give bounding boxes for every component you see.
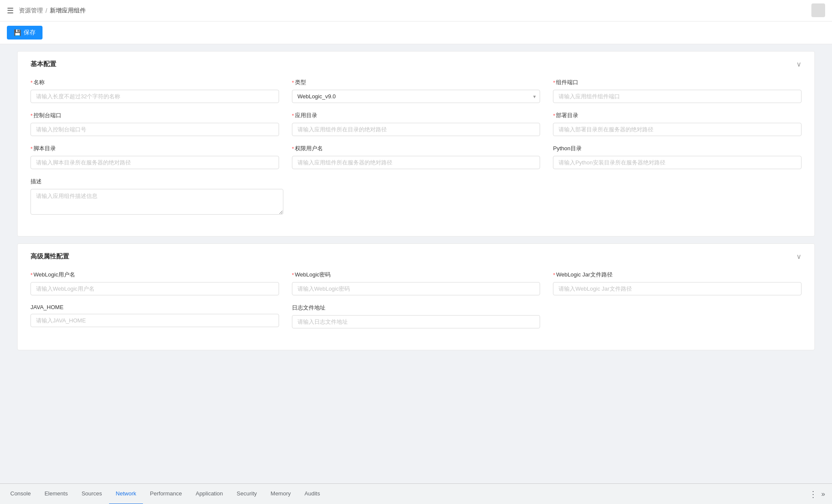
input-python-dir[interactable] (553, 156, 802, 169)
basic-config-row-3: * 脚本目录 * 权限用户名 Python目录 (30, 145, 802, 169)
input-log-addr[interactable] (292, 315, 540, 328)
basic-config-row-2: * 控制台端口 * 应用目录 * 部署目录 (30, 112, 802, 136)
tab-network[interactable]: Network (109, 484, 143, 484)
input-weblogic-jar[interactable] (553, 282, 802, 295)
label-weblogic-pwd: * WebLogic密码 (292, 271, 540, 279)
tab-security[interactable]: Security (230, 484, 264, 484)
field-python-dir: Python目录 (553, 145, 802, 169)
field-weblogic-pwd: * WebLogic密码 (292, 271, 540, 295)
save-label: 保存 (24, 29, 36, 36)
label-name: * 名称 (30, 79, 279, 86)
label-java-home: JAVA_HOME (30, 304, 279, 310)
label-desc: 描述 (30, 178, 283, 185)
field-desc: 描述 (30, 178, 283, 215)
field-console-port: * 控制台端口 (30, 112, 279, 136)
devtools-bar: Console Elements Sources Network Perform… (0, 483, 832, 484)
save-button[interactable]: 💾 保存 (7, 26, 43, 39)
label-log-addr: 日志文件地址 (292, 304, 540, 312)
top-bar: ☰ 资源管理 / 新增应用组件 (0, 0, 832, 21)
save-icon: 💾 (14, 29, 21, 36)
basic-config-header: 基本配置 ∨ (30, 60, 802, 68)
input-desc[interactable] (30, 189, 283, 215)
basic-config-collapse-icon[interactable]: ∨ (796, 60, 802, 68)
menu-icon[interactable]: ☰ (7, 6, 14, 15)
field-component-port: * 组件端口 (553, 79, 802, 103)
advanced-config-section: 高级属性配置 ∨ * WebLogic用户名 * WebLogic密码 (17, 243, 815, 350)
field-weblogic-user: * WebLogic用户名 (30, 271, 279, 295)
input-console-port[interactable] (30, 123, 279, 136)
input-app-dir[interactable] (292, 123, 540, 136)
label-weblogic-user: * WebLogic用户名 (30, 271, 279, 279)
input-name[interactable] (30, 90, 279, 103)
label-perm-user: * 权限用户名 (292, 145, 540, 152)
breadcrumb: 资源管理 / 新增应用组件 (19, 7, 86, 15)
label-component-port: * 组件端口 (553, 79, 802, 86)
advanced-config-row-1: * WebLogic用户名 * WebLogic密码 * WebLogic Ja… (30, 271, 802, 295)
label-weblogic-jar: * WebLogic Jar文件路径 (553, 271, 802, 279)
basic-config-row-4: 描述 (30, 178, 802, 215)
field-log-addr: 日志文件地址 (292, 304, 540, 328)
breadcrumb-sep: / (46, 7, 47, 14)
field-name: * 名称 (30, 79, 279, 103)
input-deploy-dir[interactable] (553, 123, 802, 136)
tab-audits[interactable]: Audits (298, 484, 327, 484)
tab-performance[interactable]: Performance (143, 484, 188, 484)
field-java-home: JAVA_HOME (30, 304, 279, 328)
field-perm-user: * 权限用户名 (292, 145, 540, 169)
advanced-config-title: 高级属性配置 (30, 252, 69, 261)
input-perm-user[interactable] (292, 156, 540, 169)
input-java-home[interactable] (30, 314, 279, 327)
advanced-config-header: 高级属性配置 ∨ (30, 252, 802, 261)
action-bar: 💾 保存 (0, 21, 832, 44)
input-script-dir[interactable] (30, 156, 279, 169)
label-type: * 类型 (292, 79, 540, 86)
select-type-wrapper: WebLogic_v9.0 WebLogic_v10.0 WebLogic_v1… (292, 90, 540, 103)
input-weblogic-user[interactable] (30, 282, 279, 295)
tab-sources[interactable]: Sources (75, 484, 109, 484)
field-app-dir: * 应用目录 (292, 112, 540, 136)
main-content: 基本配置 ∨ * 名称 * 类型 WebLogic_v9.0 (0, 44, 832, 484)
logo (811, 3, 825, 17)
breadcrumb-root[interactable]: 资源管理 (19, 7, 43, 15)
input-component-port[interactable] (553, 90, 802, 103)
advanced-config-row-2: JAVA_HOME 日志文件地址 (30, 304, 802, 328)
label-deploy-dir: * 部署目录 (553, 112, 802, 119)
field-deploy-dir: * 部署目录 (553, 112, 802, 136)
field-script-dir: * 脚本目录 (30, 145, 279, 169)
label-script-dir: * 脚本目录 (30, 145, 279, 152)
tab-application[interactable]: Application (189, 484, 230, 484)
tab-console[interactable]: Console (3, 484, 38, 484)
basic-config-title: 基本配置 (30, 60, 56, 68)
select-type[interactable]: WebLogic_v9.0 WebLogic_v10.0 WebLogic_v1… (292, 90, 540, 103)
tab-memory[interactable]: Memory (264, 484, 298, 484)
breadcrumb-current: 新增应用组件 (50, 7, 86, 15)
basic-config-section: 基本配置 ∨ * 名称 * 类型 WebLogic_v9.0 (17, 51, 815, 237)
label-app-dir: * 应用目录 (292, 112, 540, 119)
advanced-config-collapse-icon[interactable]: ∨ (796, 252, 802, 261)
label-console-port: * 控制台端口 (30, 112, 279, 119)
label-python-dir: Python目录 (553, 145, 802, 152)
field-weblogic-jar: * WebLogic Jar文件路径 (553, 271, 802, 295)
input-weblogic-pwd[interactable] (292, 282, 540, 295)
tab-elements[interactable]: Elements (38, 484, 75, 484)
field-type: * 类型 WebLogic_v9.0 WebLogic_v10.0 WebLog… (292, 79, 540, 103)
basic-config-row-1: * 名称 * 类型 WebLogic_v9.0 WebLogic_v10.0 W… (30, 79, 802, 103)
